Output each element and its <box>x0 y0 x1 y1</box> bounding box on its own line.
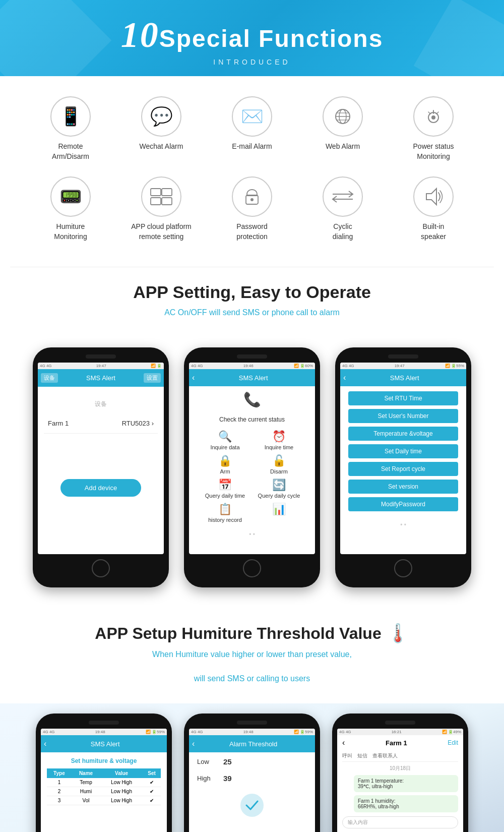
chat-tab-contacts[interactable]: 查看联系人 <box>372 752 398 759</box>
hphone-1-status-bar: 4G 4G19:48📶 🔋59% <box>41 729 167 735</box>
phones-row-1: 4G 4G19:47📶 🔋 设备 SMS Alert 设置 设备 Farm 1 … <box>0 337 504 608</box>
phone-1-add-device-wrap: Add device <box>44 464 158 512</box>
icon-email-alarm: ✉️ E-mail Alarm <box>207 96 297 161</box>
phone-1-btn-left[interactable]: 设备 <box>41 373 58 383</box>
header-section: 10Special Functions INTRODUCED <box>0 0 504 76</box>
phone-2-check-status: Check the current status <box>195 411 309 426</box>
svg-line-8 <box>436 112 438 114</box>
hphone-2-status-bar: 4G 4G19:48📶 🔋59% <box>189 729 315 735</box>
header-subtitle: INTRODUCED <box>10 58 494 66</box>
phone-3-notch <box>388 354 418 359</box>
phone-3-btn-list: Set RTU Time Set User's Number Temperatu… <box>340 386 466 516</box>
grid-item-arm: 🔒 Arm <box>200 454 250 474</box>
phone-2-home-btn[interactable] <box>243 559 261 577</box>
row-humi-set: ✔ <box>143 787 161 796</box>
hphone-2: 4G 4G19:48📶 🔋59% ‹ Alarm Threshold Low 2… <box>184 714 320 832</box>
humiture-section: APP Setup Humiture Threshold Value 🌡️ Wh… <box>0 608 504 703</box>
humiture-icon: 📟 <box>50 176 91 217</box>
hphone-3-chat: ‹ Farm 1 Edit 呼叫 短信 查看联系人 10月18日 Farm 1 … <box>337 735 463 831</box>
phone-2-dots: • • <box>195 531 309 538</box>
phone-2-header: ‹ SMS Alert <box>189 369 315 386</box>
password-icon <box>232 176 272 217</box>
phone-1-header: 设备 SMS Alert 设置 <box>38 369 164 387</box>
hphone-1-body: Set humiture & voltage Type Name Value S… <box>41 752 167 810</box>
phone-1-notch <box>86 354 116 359</box>
phone-3-btn-1[interactable]: Set User's Number <box>348 409 458 423</box>
phone-1-add-device-btn[interactable]: Add device <box>60 479 141 497</box>
phone-3-title: SMS Alert <box>346 374 463 382</box>
wechat-alarm-icon: 💬 <box>141 96 181 137</box>
inquire-data-icon: 🔍 <box>218 430 232 443</box>
phone-1-btn-right[interactable]: 设置 <box>144 373 161 383</box>
phone-3: 4G 4G19:47📶 🔋55% ‹ SMS Alert Set RTU Tim… <box>335 347 471 587</box>
hphone-3-edit-btn[interactable]: Edit <box>448 739 458 746</box>
svg-rect-13 <box>162 198 172 205</box>
alarm-check-icon <box>197 793 307 821</box>
col-name: Name <box>72 768 100 778</box>
app-cloud-icon <box>141 176 181 217</box>
row-temp-num: 1 <box>47 778 72 787</box>
alarm-low-label: Low <box>197 758 217 765</box>
hphone-3-input[interactable]: 输入内容 <box>342 816 458 828</box>
icon-app-cloud: APP cloud platformremote setting <box>116 176 207 242</box>
icons-row-1: 📱 RemoteArm/Disarm 💬 Wechat Alarm ✉️ E-m… <box>10 96 494 176</box>
icon-web-alarm: Web Alarm <box>297 96 388 161</box>
alarm-low-value: 25 <box>223 757 232 766</box>
query-daily-time-icon: 📅 <box>218 479 232 492</box>
remote-arm-label: RemoteArm/Disarm <box>52 142 89 161</box>
icon-wechat-alarm: 💬 Wechat Alarm <box>116 96 207 161</box>
phone-3-btn-6[interactable]: ModifyPassword <box>348 497 458 511</box>
hphone-1-screen: 4G 4G19:48📶 🔋59% ‹ SMS Alert Set humitur… <box>41 729 167 832</box>
chat-tab-call[interactable]: 呼叫 <box>342 752 352 759</box>
phone-3-btn-5[interactable]: Set version <box>348 480 458 494</box>
phone-2-notch <box>237 354 267 359</box>
phone-3-btn-0[interactable]: Set RTU Time <box>348 391 458 405</box>
hphone-1-header-row: Set humiture & voltage <box>47 757 161 764</box>
phone-3-btn-2[interactable]: Temperature &voltage <box>348 427 458 441</box>
col-type: Type <box>47 768 72 778</box>
wechat-alarm-label: Wechat Alarm <box>140 142 183 152</box>
hphone-1-header: ‹ SMS Alert <box>41 735 167 752</box>
grid-item-inquire-time: ⏰ Inquire time <box>254 430 304 450</box>
row-temp-value: Low High <box>100 778 143 787</box>
remote-arm-icon: 📱 <box>50 96 91 137</box>
phone-3-dots: • • <box>340 521 466 528</box>
row-temp-set: ✔ <box>143 778 161 787</box>
phone-3-btn-4[interactable]: Set Report cycle <box>348 462 458 476</box>
builtin-speaker-label: Built-inspeaker <box>421 222 446 242</box>
chat-tab-sms[interactable]: 短信 <box>357 752 367 759</box>
alarm-high-label: High <box>197 775 217 782</box>
phone-2: 4G 4G19:46📶 🔋60% ‹ SMS Alert 📞 Check the… <box>184 347 320 587</box>
svg-point-15 <box>250 198 254 201</box>
humiture-subtitle-2: will send SMS or calling to users <box>10 674 494 683</box>
app-setting-subtitle: AC On/OFF will send SMS or phone call to… <box>10 308 494 317</box>
grid-item-inquire-data: 🔍 Inquire data <box>200 430 250 450</box>
col-value-high: Set <box>143 768 161 778</box>
grid-item-disarm: 🔓 Disarm <box>254 454 304 474</box>
phone-1: 4G 4G19:47📶 🔋 设备 SMS Alert 设置 设备 Farm 1 … <box>33 347 169 587</box>
phone-3-btn-3[interactable]: Set Daily time <box>348 444 458 458</box>
builtin-speaker-icon <box>413 176 454 217</box>
hphone-3-screen: 4G 4G16:21📶 🔋49% ‹ Farm 1 Edit 呼叫 短信 查看联… <box>337 729 463 832</box>
phone-2-screen: 4G 4G19:46📶 🔋60% ‹ SMS Alert 📞 Check the… <box>189 363 315 554</box>
row-humi-name: Humi <box>72 787 100 796</box>
svg-point-19 <box>241 794 263 816</box>
hphone-3-chat-tabs: 呼叫 短信 查看联系人 <box>342 752 458 762</box>
grid-item-query-daily-time: 📅 Query daily time <box>200 479 250 499</box>
web-alarm-label: Web Alarm <box>326 142 360 152</box>
phone-1-home-btn[interactable] <box>92 559 110 577</box>
power-status-label: Power statusMonitoring <box>413 142 454 161</box>
icon-cyclic: Cyclicdialing <box>297 176 388 242</box>
alarm-high-value: 39 <box>223 774 232 783</box>
chart-icon: 📊 <box>272 503 286 516</box>
app-setting-section: APP Setting, Easy to Operate AC On/OFF w… <box>0 267 504 337</box>
phone-1-farm-row: Farm 1 RTU5023 › <box>44 413 158 434</box>
hphone-3-chat-header: ‹ Farm 1 Edit <box>342 738 458 747</box>
phone-3-home-btn[interactable] <box>394 559 412 577</box>
phone-1-hint: 设备 <box>44 400 158 408</box>
header-number: 10 <box>121 15 159 55</box>
phone-1-status-bar: 4G 4G19:47📶 🔋 <box>38 363 164 369</box>
icons-section: 📱 RemoteArm/Disarm 💬 Wechat Alarm ✉️ E-m… <box>0 76 504 267</box>
alarm-high-row: High 39 <box>197 774 307 783</box>
web-alarm-icon <box>323 96 363 137</box>
